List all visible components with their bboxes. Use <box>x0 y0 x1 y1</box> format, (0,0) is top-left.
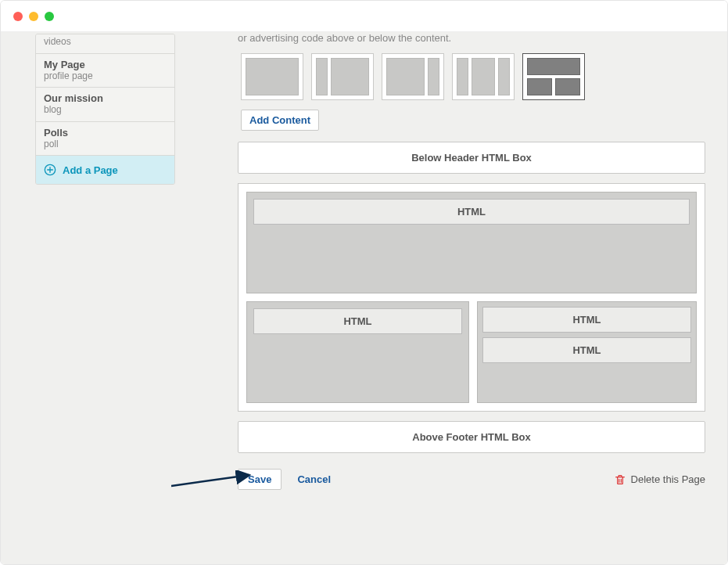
layout-zone-top[interactable]: HTML <box>246 192 697 293</box>
sidebar-item-subtitle: profile page <box>44 70 167 83</box>
layout-picker <box>238 53 705 100</box>
sidebar-item-videos[interactable]: videos <box>36 34 174 54</box>
content-area: videos My Page profile page Our mission … <box>1 32 727 564</box>
cancel-link[interactable]: Cancel <box>297 473 331 485</box>
window-titlebar <box>1 1 727 32</box>
page-list: videos My Page profile page Our mission … <box>35 34 175 185</box>
layout-option-left-sidebar[interactable] <box>311 53 374 100</box>
delete-page-label: Delete this Page <box>631 473 705 485</box>
delete-page-link[interactable]: Delete this Page <box>614 473 705 486</box>
layout-zone-bottom-right[interactable]: HTML HTML <box>477 301 697 403</box>
plus-circle-icon <box>44 164 56 176</box>
html-block[interactable]: HTML <box>253 308 462 334</box>
layout-option-both-sidebars[interactable] <box>452 53 515 100</box>
sidebar: videos My Page profile page Our mission … <box>7 32 175 549</box>
layout-editor: HTML HTML HTML HTML <box>238 183 705 412</box>
window-minimize-icon[interactable] <box>29 12 38 21</box>
sidebar-item-mypage[interactable]: My Page profile page <box>36 54 174 88</box>
window-zoom-icon[interactable] <box>45 12 54 21</box>
action-bar: Save Cancel Delete this Page <box>238 469 705 490</box>
hint-text: or advertising code above or below the c… <box>238 32 705 44</box>
sidebar-item-subtitle: poll <box>44 139 167 151</box>
add-page-label: Add a Page <box>63 164 118 176</box>
sidebar-item-title: Our mission <box>44 92 167 104</box>
sidebar-item-polls[interactable]: Polls poll <box>36 122 174 157</box>
above-footer-html-box[interactable]: Above Footer HTML Box <box>238 421 705 453</box>
window-close-icon[interactable] <box>13 12 23 21</box>
html-block[interactable]: HTML <box>482 337 691 363</box>
sidebar-item-ourmission[interactable]: Our mission blog <box>36 88 174 122</box>
layout-option-full[interactable] <box>241 53 303 100</box>
layout-zone-bottom-left[interactable]: HTML <box>246 301 469 403</box>
html-block[interactable]: HTML <box>253 199 690 225</box>
below-header-html-box[interactable]: Below Header HTML Box <box>238 142 705 174</box>
sidebar-item-title: My Page <box>44 59 167 70</box>
save-button[interactable]: Save <box>238 469 282 490</box>
layout-option-right-sidebar[interactable] <box>382 53 444 100</box>
add-content-button[interactable]: Add Content <box>241 110 319 131</box>
app-window: videos My Page profile page Our mission … <box>0 0 728 565</box>
sidebar-item-subtitle: videos <box>44 36 167 49</box>
layout-option-top-two[interactable] <box>522 53 585 100</box>
sidebar-item-title: Polls <box>44 127 167 139</box>
page-editor: or advertising code above or below the c… <box>175 32 721 549</box>
trash-icon <box>614 473 626 486</box>
add-page-button[interactable]: Add a Page <box>36 156 174 184</box>
html-block[interactable]: HTML <box>482 307 691 333</box>
sidebar-item-subtitle: blog <box>44 104 167 117</box>
